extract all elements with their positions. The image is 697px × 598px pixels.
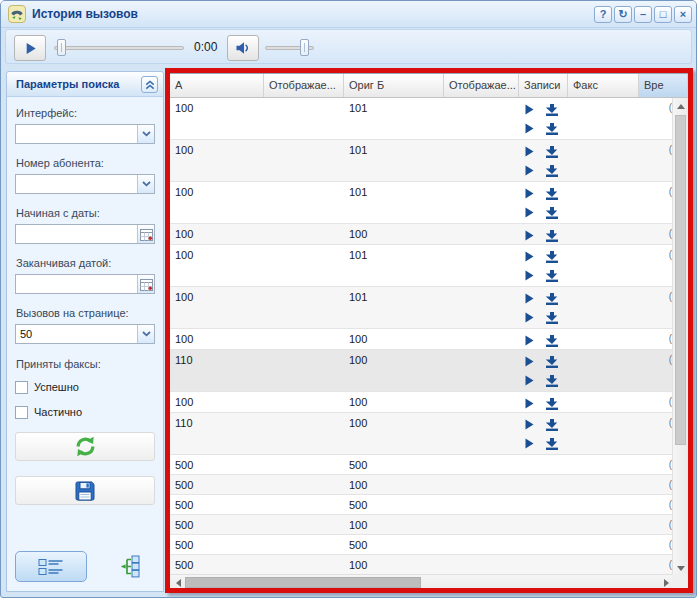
list-view-button[interactable] xyxy=(15,551,87,582)
dropdown-button[interactable] xyxy=(137,175,154,193)
table-row[interactable]: 100101( xyxy=(170,140,674,182)
table-row[interactable]: 100101( xyxy=(170,287,674,329)
download-icon[interactable] xyxy=(545,270,559,282)
checkbox[interactable] xyxy=(15,381,28,394)
download-icon[interactable] xyxy=(545,188,559,200)
play-button[interactable] xyxy=(14,35,46,61)
table-row[interactable]: 500100( xyxy=(170,555,674,575)
table-row[interactable]: 500500( xyxy=(170,455,674,475)
minimize-button[interactable]: – xyxy=(634,6,652,23)
download-icon[interactable] xyxy=(545,293,559,305)
refresh-button[interactable] xyxy=(15,432,155,461)
combo-field[interactable] xyxy=(15,174,155,194)
horizontal-scrollbar[interactable] xyxy=(170,574,674,590)
download-icon[interactable] xyxy=(545,398,559,410)
help-button[interactable]: ? xyxy=(594,6,612,23)
calendar-button[interactable] xyxy=(137,275,154,293)
table-row[interactable]: 110100( xyxy=(170,413,674,455)
vertical-scrollbar-thumb[interactable] xyxy=(675,115,686,445)
play-icon[interactable] xyxy=(525,375,534,386)
column-header[interactable]: Записи xyxy=(519,74,568,97)
table-row[interactable]: 500100( xyxy=(170,475,674,495)
table-row[interactable]: 500500( xyxy=(170,535,674,555)
column-header[interactable]: Ориг Б xyxy=(344,74,444,97)
download-icon[interactable] xyxy=(545,438,559,450)
play-icon[interactable] xyxy=(525,398,534,409)
table-row[interactable]: 500500( xyxy=(170,495,674,515)
tree-view-button[interactable] xyxy=(120,555,145,578)
table-row[interactable]: 100101( xyxy=(170,182,674,224)
table-row[interactable]: 100100( xyxy=(170,224,674,245)
cell-time: ( xyxy=(639,555,674,574)
download-icon[interactable] xyxy=(545,230,559,242)
table-row[interactable]: 500100( xyxy=(170,515,674,535)
table-row[interactable]: 100100( xyxy=(170,329,674,350)
download-icon[interactable] xyxy=(545,251,559,263)
cell-display-a xyxy=(264,413,344,454)
table-row[interactable]: 100101( xyxy=(170,98,674,140)
cell-time: ( xyxy=(639,495,674,514)
download-icon[interactable] xyxy=(545,123,559,135)
collapse-panel-button[interactable] xyxy=(141,76,158,93)
download-icon[interactable] xyxy=(545,165,559,177)
column-header[interactable]: А xyxy=(170,74,264,97)
play-icon[interactable] xyxy=(525,104,534,115)
dropdown-button[interactable] xyxy=(137,125,154,143)
calendar-button[interactable] xyxy=(137,225,154,243)
play-icon[interactable] xyxy=(525,335,534,346)
download-icon[interactable] xyxy=(545,356,559,368)
play-icon[interactable] xyxy=(525,312,534,323)
table-row[interactable]: 100101( xyxy=(170,245,674,287)
play-icon[interactable] xyxy=(525,146,534,157)
refresh-button[interactable]: ↻ xyxy=(614,6,632,23)
cell-display-a xyxy=(264,224,344,244)
checkbox[interactable] xyxy=(15,406,28,419)
cell-a: 100 xyxy=(170,392,264,412)
seek-slider[interactable] xyxy=(54,46,184,50)
play-icon[interactable] xyxy=(525,270,534,281)
combo-field[interactable]: 50 xyxy=(15,324,155,344)
column-header[interactable]: Отображае... xyxy=(264,74,344,97)
download-icon[interactable] xyxy=(545,146,559,158)
date-field[interactable] xyxy=(15,224,155,244)
play-icon[interactable] xyxy=(525,165,534,176)
play-icon[interactable] xyxy=(525,188,534,199)
play-icon[interactable] xyxy=(525,207,534,218)
play-icon[interactable] xyxy=(525,438,534,449)
download-icon[interactable] xyxy=(545,335,559,347)
collapse-icon xyxy=(145,80,155,90)
close-button[interactable]: × xyxy=(674,6,692,23)
volume-slider-thumb[interactable] xyxy=(300,39,309,56)
horizontal-scrollbar-thumb[interactable] xyxy=(185,577,421,588)
scroll-up-button[interactable] xyxy=(673,98,689,114)
column-header[interactable]: Вре xyxy=(639,74,688,97)
calendar-icon xyxy=(140,228,153,241)
play-icon[interactable] xyxy=(525,230,534,241)
column-header[interactable]: Отображае... xyxy=(444,74,519,97)
cell-records xyxy=(519,515,568,534)
cell-display-a xyxy=(264,98,344,139)
seek-slider-thumb[interactable] xyxy=(57,39,66,56)
save-button[interactable] xyxy=(15,476,155,505)
play-icon[interactable] xyxy=(525,293,534,304)
play-icon[interactable] xyxy=(525,123,534,134)
download-icon[interactable] xyxy=(545,207,559,219)
download-icon[interactable] xyxy=(545,419,559,431)
dropdown-button[interactable] xyxy=(137,325,154,343)
vertical-scrollbar[interactable] xyxy=(672,98,688,576)
table-row[interactable]: 110100( xyxy=(170,350,674,392)
date-field[interactable] xyxy=(15,274,155,294)
volume-button[interactable] xyxy=(227,35,259,61)
play-icon[interactable] xyxy=(525,356,534,367)
maximize-button[interactable]: □ xyxy=(654,6,672,23)
play-icon[interactable] xyxy=(525,419,534,430)
scroll-left-button[interactable] xyxy=(170,575,186,591)
download-icon[interactable] xyxy=(545,312,559,324)
download-icon[interactable] xyxy=(545,104,559,116)
play-icon[interactable] xyxy=(525,251,534,262)
download-icon[interactable] xyxy=(545,375,559,387)
combo-field[interactable] xyxy=(15,124,155,144)
column-header[interactable]: Факс xyxy=(568,74,639,97)
cell-display-a xyxy=(264,515,344,534)
table-row[interactable]: 100100( xyxy=(170,392,674,413)
